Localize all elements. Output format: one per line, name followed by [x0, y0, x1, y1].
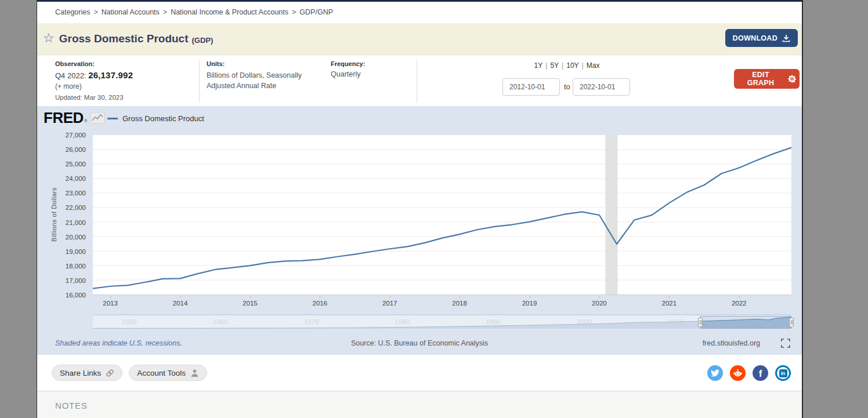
y-tick-label: 23,000	[45, 190, 86, 197]
range-preset-10y[interactable]: 10Y	[566, 61, 578, 70]
x-tick-mark	[460, 296, 460, 298]
source-text: Source: U.S. Bureau of Economic Analysis	[37, 339, 802, 347]
date-from-input[interactable]	[502, 78, 560, 96]
frequency-label: Frequency:	[331, 60, 365, 67]
date-to-input[interactable]	[573, 78, 630, 96]
x-tick-mark	[599, 296, 600, 298]
download-icon	[782, 34, 790, 42]
navigator-divider	[93, 314, 791, 315]
preset-separator: |	[562, 61, 563, 70]
divider	[199, 60, 200, 103]
x-tick-label: 2015	[243, 300, 258, 307]
y-tick-label: 17,000	[45, 277, 86, 284]
y-tick-label: 21,000	[45, 219, 86, 226]
more-observations-link[interactable]: (+ more)	[55, 82, 133, 90]
edit-graph-button[interactable]: EDIT GRAPH	[734, 69, 800, 89]
plot-area[interactable]	[93, 135, 791, 295]
breadcrumb-separator: >	[292, 8, 296, 16]
chart-panel: FRED ® Gross Domestic Product Billions o…	[37, 106, 802, 355]
timeline-navigator[interactable]: 1950196019701980199020002010	[93, 316, 791, 329]
x-tick-mark	[110, 296, 111, 298]
account-tools-button[interactable]: Account Tools	[129, 365, 207, 381]
account-tools-label: Account Tools	[137, 369, 186, 377]
y-tick-label: 22,000	[45, 204, 86, 211]
units-label: Units:	[207, 60, 308, 67]
favorite-star-icon[interactable]: ☆	[43, 31, 55, 46]
twitter-icon	[711, 369, 719, 377]
gear-icon	[788, 75, 796, 83]
x-tick-mark	[250, 296, 251, 298]
navigator-handle-left[interactable]	[698, 318, 703, 327]
units-block: Units: Billions of Dollars, Seasonally A…	[207, 60, 308, 91]
observation-period: Q4 2022:	[55, 71, 86, 80]
x-tick-mark	[530, 296, 530, 298]
twitter-share-button[interactable]	[707, 365, 723, 381]
tool-buttons: Share Links Account Tools	[52, 365, 207, 381]
edit-graph-label: EDIT GRAPH	[737, 71, 784, 87]
fred-logo-text: FRED	[44, 109, 84, 127]
share-links-label: Share Links	[60, 369, 101, 377]
observation-value-line: Q4 2022: 26,137.992	[55, 70, 133, 80]
x-tick-mark	[180, 296, 181, 298]
series-id-label: (GDP)	[192, 36, 214, 45]
x-tick-mark	[739, 296, 740, 298]
frequency-value: Quarterly	[331, 70, 365, 78]
observation-block: Observation: Q4 2022: 26,137.992 (+ more…	[55, 60, 133, 101]
x-tick-label: 2019	[522, 300, 537, 307]
y-tick-label: 27,000	[45, 132, 86, 139]
notes-title: NOTES	[55, 401, 88, 410]
x-tick-mark	[669, 296, 670, 298]
share-links-button[interactable]: Share Links	[52, 365, 122, 381]
reddit-share-button[interactable]	[730, 365, 746, 381]
x-tick-label: 2022	[732, 300, 747, 307]
range-preset-max[interactable]: Max	[587, 61, 600, 70]
frequency-block: Frequency: Quarterly	[331, 60, 365, 78]
download-button-label: DOWNLOAD	[733, 34, 777, 42]
notes-section: NOTES	[37, 391, 802, 418]
page-content: Categories>National Accounts>National In…	[37, 0, 803, 418]
breadcrumb-separator: >	[163, 8, 167, 16]
navigator-handle-right[interactable]	[789, 318, 794, 327]
linkedin-icon: in	[777, 367, 789, 379]
y-tick-label: 26,000	[45, 146, 86, 153]
chart-legend: Gross Domestic Product	[107, 114, 204, 123]
fred-logo-chart-icon	[90, 112, 105, 124]
divider	[417, 60, 417, 103]
navigator-selection[interactable]	[700, 316, 791, 329]
breadcrumb-national-accounts[interactable]: National Accounts	[102, 8, 160, 16]
breadcrumb-nipa[interactable]: National Income & Product Accounts	[171, 8, 288, 16]
download-button[interactable]: DOWNLOAD	[725, 29, 798, 47]
fullscreen-icon[interactable]	[781, 339, 790, 348]
y-tick-label: 18,000	[45, 263, 86, 270]
page-title: Gross Domestic Product	[59, 32, 189, 45]
breadcrumb-categories[interactable]: Categories	[55, 8, 90, 16]
range-preset-5y[interactable]: 5Y	[550, 61, 559, 70]
fred-logo: FRED ®	[44, 109, 105, 127]
y-tick-label: 19,000	[45, 248, 86, 255]
breadcrumb-separator: >	[93, 8, 97, 16]
reddit-icon	[732, 368, 743, 379]
x-tick-mark	[390, 296, 390, 298]
x-tick-label: 2013	[103, 300, 118, 307]
facebook-icon: f	[759, 368, 762, 380]
breadcrumb-gdp-gnp[interactable]: GDP/GNP	[299, 8, 333, 16]
range-presets: 1Y|5Y|10Y|Max	[520, 61, 613, 70]
x-tick-label: 2016	[313, 300, 328, 307]
legend-line-swatch	[107, 118, 118, 119]
page: { "breadcrumb": { "items": ["Categories"…	[0, 0, 868, 418]
observation-value: 26,137.992	[88, 70, 133, 80]
observation-label: Observation:	[55, 60, 133, 67]
linkedin-share-button[interactable]: in	[775, 365, 791, 381]
y-tick-label: 24,000	[45, 175, 86, 182]
range-preset-1y[interactable]: 1Y	[534, 61, 543, 70]
registered-mark: ®	[84, 118, 88, 123]
preset-separator: |	[582, 61, 584, 70]
x-tick-label: 2018	[452, 300, 467, 307]
x-tick-label: 2020	[592, 300, 607, 307]
site-url: fred.stlouisfed.org	[703, 339, 760, 347]
x-tick-label: 2021	[662, 300, 677, 307]
y-tick-label: 25,000	[45, 161, 86, 168]
facebook-share-button[interactable]: f	[753, 365, 768, 381]
social-icons: f in	[707, 365, 791, 381]
y-axis-title: Billions of Dollars	[50, 177, 57, 252]
